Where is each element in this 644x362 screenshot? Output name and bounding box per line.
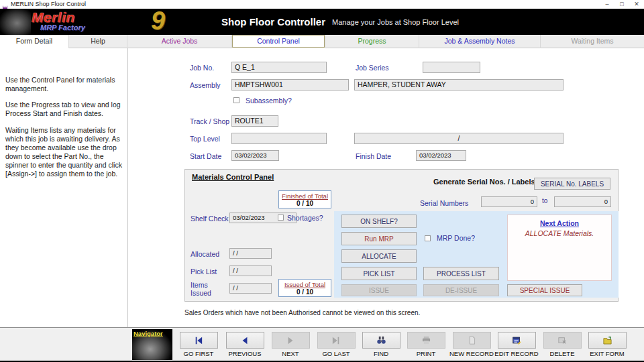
nav-item-new-record: NEW RECORD <box>449 332 494 357</box>
delete-caption: DELETE <box>540 350 584 357</box>
job-no-label: Job No. <box>190 64 214 72</box>
assembly-code-field[interactable]: HMPTSHW001 <box>231 79 349 90</box>
previous-button[interactable] <box>226 332 264 349</box>
pick-list-field[interactable]: / / <box>229 265 272 276</box>
top-level-field[interactable] <box>231 133 327 144</box>
next-button[interactable] <box>272 332 310 349</box>
page-title: Shop Floor Controller <box>221 16 325 27</box>
navigator-image: Navigator <box>132 329 172 360</box>
allocate-button[interactable]: ALLOCATE <box>341 249 417 263</box>
tab-form-detail[interactable]: Form Detail <box>0 35 69 48</box>
serial-to-label: to <box>542 197 547 204</box>
pick-list-button[interactable]: PICK LIST <box>341 267 417 280</box>
track-shop-id-field[interactable]: ROUTE1 <box>231 115 278 127</box>
generate-serials-title: Generate Serial Nos. / Labels <box>433 178 535 186</box>
print-caption: PRINT <box>404 350 448 357</box>
app-icon <box>2 1 8 7</box>
top-level-label: Top Level <box>190 135 220 143</box>
job-no-field[interactable]: Q E_1 <box>231 62 327 73</box>
next-action-title: Next Action <box>508 219 611 227</box>
edit-record-icon <box>512 336 521 345</box>
top-level-path-field[interactable]: / <box>354 133 564 144</box>
nav-item-print: PRINT <box>404 332 448 357</box>
version-9-logo: 9 <box>151 7 165 36</box>
assembly-description-field[interactable]: HAMPER, STUDENT AWAY <box>354 79 564 90</box>
find-button[interactable] <box>362 332 400 349</box>
tab-waiting-items[interactable]: Waiting Items <box>541 35 644 48</box>
edit-record-button[interactable] <box>498 332 536 349</box>
subassembly-checkbox[interactable] <box>233 97 239 103</box>
allocated-label: Allocated <box>191 250 219 258</box>
previous-caption: PREVIOUS <box>223 350 267 357</box>
print-button[interactable] <box>407 332 445 349</box>
mrp-factory-logo: MRP Factory <box>40 23 85 32</box>
tab-progress[interactable]: Progress <box>325 35 419 48</box>
navigator-label: Navigator <box>133 330 163 337</box>
go-first-caption: GO FIRST <box>176 350 221 357</box>
on-shelf-button[interactable]: ON SHELF? <box>341 215 417 228</box>
go-last-button[interactable] <box>317 332 356 349</box>
close-button[interactable]: ✕ <box>629 0 644 9</box>
serial-numbers-label: Serial Numbers <box>420 199 468 207</box>
exit-form-folder-icon <box>602 336 612 345</box>
subassembly-label: Subassembly? <box>246 97 292 105</box>
job-series-field[interactable] <box>423 62 480 73</box>
wizard-image <box>0 9 31 35</box>
serial-from-field[interactable]: 0 <box>481 196 537 207</box>
tab-help[interactable]: Help <box>69 35 127 48</box>
new-record-button[interactable] <box>453 332 491 349</box>
start-date-label: Start Date <box>190 152 221 160</box>
delete-record-icon <box>557 337 567 345</box>
nav-item-exit-form: EXIT FORM <box>585 332 629 357</box>
window-title: MERLIN Shop Floor Control <box>11 1 86 7</box>
nav-item-previous: PREVIOUS <box>223 332 267 357</box>
find-binoculars-icon <box>376 336 386 345</box>
nav-item-find: FIND <box>359 332 403 357</box>
assembly-label: Assembly <box>190 81 221 89</box>
nav-item-edit-record: EDIT RECORD <box>494 332 539 357</box>
content-area: Use the Control Panel for materials mana… <box>0 48 644 327</box>
shortages-checkbox[interactable] <box>278 215 284 221</box>
next-caption: NEXT <box>268 350 313 357</box>
navigator-bar: Navigator GO FIRST PREVIOUS NEXT GO LAST <box>0 327 644 361</box>
go-first-icon <box>194 337 203 345</box>
actions-panel: ON SHELF? Run MRP ALLOCATE PICK LIST ISS… <box>334 211 619 298</box>
allocated-field[interactable]: / / <box>229 248 272 259</box>
exit-form-button[interactable] <box>588 332 627 349</box>
process-list-button[interactable]: PROCESS LIST <box>423 267 499 280</box>
sidebar-divider <box>127 48 128 327</box>
shortages-label: Shortages? <box>287 214 323 222</box>
run-mrp-button[interactable]: Run MRP <box>341 232 417 245</box>
pick-list-label: Pick List <box>191 267 217 276</box>
items-issued-field[interactable]: / / <box>229 283 272 294</box>
serial-to-field[interactable]: 0 <box>554 196 611 207</box>
tab-job-assembly-notes[interactable]: Job & Assembly Notes <box>419 35 541 48</box>
title-bar: MERLIN Shop Floor Control – □ ✕ <box>0 0 644 9</box>
maximize-button[interactable]: □ <box>614 0 629 9</box>
finish-date-label: Finish Date <box>356 152 391 160</box>
mrp-done-checkbox[interactable] <box>425 235 431 241</box>
sidebar-paragraph: Use the Control Panel for materials mana… <box>5 76 122 93</box>
start-date-field[interactable]: 03/02/2023 <box>231 150 279 161</box>
issued-of-total-label: Issued of Total <box>279 281 331 288</box>
tab-active-jobs[interactable]: Active Jobs <box>127 35 232 48</box>
minimize-button[interactable]: – <box>600 0 614 9</box>
next-icon <box>286 337 295 345</box>
go-first-button[interactable] <box>180 332 218 349</box>
finish-date-field[interactable]: 03/02/2023 <box>416 150 466 161</box>
serial-labels-button[interactable]: SERIAL No. LABELS <box>534 178 610 190</box>
issue-button[interactable]: ISSUE <box>341 284 417 296</box>
sales-orders-footnote: Sales Orders which have not been Authori… <box>184 309 420 316</box>
special-issue-button[interactable]: SPECIAL ISSUE <box>507 284 582 296</box>
nav-item-next: NEXT <box>268 332 313 357</box>
new-record-page-icon <box>468 336 476 345</box>
delete-button[interactable] <box>543 332 582 349</box>
mrp-done-label: MRP Done? <box>437 234 475 242</box>
shelf-check-label: Shelf Check <box>191 215 229 223</box>
finished-of-total-label: Finished of Total <box>279 192 331 200</box>
printer-icon <box>421 336 431 345</box>
tab-control-panel[interactable]: Control Panel <box>232 35 325 48</box>
de-issue-button[interactable]: DE-ISSUE <box>423 284 499 296</box>
job-series-label: Job Series <box>356 64 389 72</box>
shelf-check-field[interactable]: 03/02/2023 <box>229 213 297 223</box>
